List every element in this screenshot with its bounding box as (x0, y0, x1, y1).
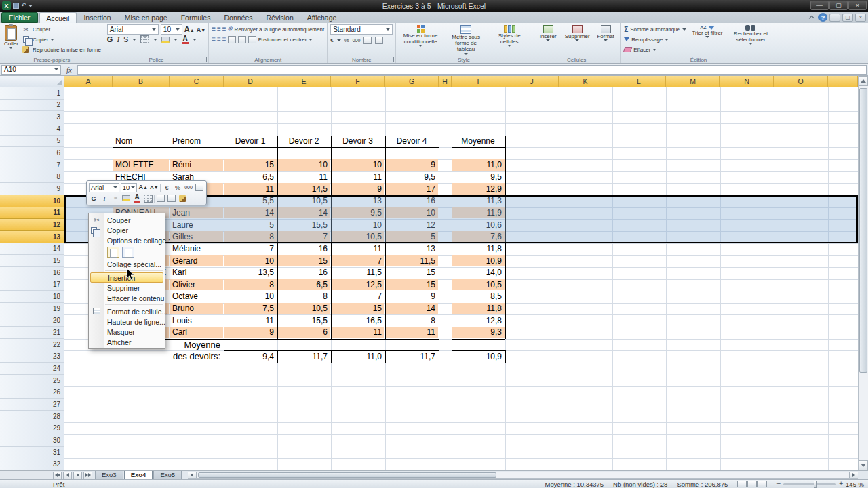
menu-item-copier[interactable]: Copier (89, 225, 165, 235)
cell-D18[interactable]: 10 (224, 291, 277, 302)
mini-italic-icon[interactable]: I (100, 194, 109, 203)
align-top-icon[interactable]: ≡ (212, 26, 215, 33)
zoom-slider-thumb[interactable] (814, 481, 817, 488)
paste-button[interactable]: Coller (3, 24, 20, 49)
cell-B7[interactable]: MOLETTE (113, 159, 169, 171)
cell-G8[interactable]: 9,5 (385, 171, 438, 183)
excel-logo-icon[interactable]: X (2, 1, 11, 10)
mini-center-icon[interactable]: ≡ (111, 194, 120, 203)
sheet-tab-exo4[interactable]: Exo4 (124, 471, 153, 479)
cell-F23[interactable]: 11,0 (331, 350, 384, 362)
row-header-8[interactable]: 8 (0, 171, 64, 184)
cell-I16[interactable]: 14,0 (452, 267, 505, 279)
cell-E14[interactable]: 16 (277, 243, 330, 255)
italic-icon[interactable]: I (117, 35, 119, 43)
menu-item-hauteur-de-ligne[interactable]: Hauteur de ligne... (89, 317, 165, 327)
underline-icon[interactable]: S (123, 35, 128, 43)
column-header-K[interactable]: K (559, 76, 612, 87)
workbook-close-button[interactable]: × (855, 14, 866, 22)
row-header-24[interactable]: 24 (0, 363, 64, 375)
ribbon-tab-fichier[interactable]: Fichier (1, 12, 38, 23)
cell-I7[interactable]: 11,0 (452, 159, 505, 171)
scroll-up-arrow[interactable] (859, 76, 868, 86)
cell-F7[interactable]: 10 (331, 159, 384, 171)
cell-G18[interactable]: 9 (385, 291, 438, 302)
cell-E9[interactable]: 14,5 (277, 183, 330, 195)
cell-G23[interactable]: 11,7 (385, 350, 438, 362)
cell-G19[interactable]: 14 (385, 303, 438, 314)
minimize-ribbon-icon[interactable] (807, 14, 816, 22)
cell-F18[interactable]: 7 (331, 291, 384, 302)
increase-indent-icon[interactable] (238, 36, 246, 43)
cell-F21[interactable]: 11 (331, 327, 384, 338)
cell-D23[interactable]: 9,4 (224, 350, 277, 362)
row-header-20[interactable]: 20 (0, 314, 64, 327)
menu-item-masquer[interactable]: Masquer (89, 327, 165, 337)
cell-E8[interactable]: 11 (277, 171, 330, 183)
borders-icon[interactable] (140, 35, 149, 43)
merge-center-button[interactable]: Fusionner et centrer (258, 37, 307, 43)
cell-G21[interactable]: 11 (385, 327, 438, 338)
orientation-icon[interactable]: ab (226, 26, 234, 33)
cell-G14[interactable]: 13 (385, 243, 438, 255)
cell-styles-button[interactable]: Styles de cellules (490, 24, 529, 47)
cell-D17[interactable]: 8 (224, 279, 277, 291)
delete-cells-button[interactable]: Supprimer (563, 24, 591, 42)
row-header-16[interactable]: 16 (0, 267, 64, 279)
mini-grow-font-icon[interactable]: A▲ (138, 183, 148, 192)
row-header-29[interactable]: 29 (0, 422, 64, 434)
cell-D5[interactable]: Devoir 1 (224, 136, 277, 147)
cell-I9[interactable]: 12,9 (452, 183, 505, 195)
cell-D19[interactable]: 7,5 (224, 303, 277, 314)
prev-sheet-icon[interactable] (63, 472, 72, 479)
help-icon[interactable]: ? (818, 13, 827, 22)
cell-D16[interactable]: 13,5 (224, 267, 277, 279)
minimize-button[interactable]: — (810, 1, 829, 10)
column-header-partial[interactable] (828, 76, 858, 87)
cell-D15[interactable]: 10 (224, 255, 277, 266)
mini-font-color-icon[interactable]: A (134, 194, 140, 203)
cell-C7[interactable]: Rémi (170, 159, 223, 171)
save-icon[interactable] (13, 3, 19, 9)
column-header-B[interactable]: B (113, 76, 170, 87)
row-header-28[interactable]: 28 (0, 411, 64, 423)
column-header-J[interactable]: J (505, 76, 559, 87)
cell-I18[interactable]: 8,5 (452, 291, 505, 302)
select-all-corner[interactable] (0, 76, 64, 87)
align-middle-icon[interactable]: ≡ (217, 26, 220, 33)
increase-decimal-icon[interactable] (363, 37, 372, 44)
number-format-select[interactable]: Standard (330, 24, 393, 35)
mini-font-size-select[interactable]: 10 (121, 183, 138, 192)
shrink-font-icon[interactable]: A▼ (197, 26, 205, 33)
cell-C17[interactable]: Olivier (170, 279, 223, 291)
cell-C5[interactable]: Prénom (170, 136, 223, 147)
cell-I19[interactable]: 11,8 (452, 303, 505, 314)
cell-C21[interactable]: Carl (170, 327, 223, 338)
align-right-icon[interactable]: ≡ (222, 36, 226, 43)
cell-E18[interactable]: 8 (277, 291, 330, 302)
cell-D21[interactable]: 9 (224, 327, 277, 338)
page-break-view-icon[interactable] (757, 481, 767, 487)
cell-F19[interactable]: 15 (331, 303, 384, 314)
menu-item-collage-spécial[interactable]: Collage spécial... (89, 259, 165, 269)
clear-button[interactable]: Effacer (624, 45, 686, 54)
row-header-10[interactable]: 10 (0, 195, 64, 207)
cell-C19[interactable]: Bruno (170, 303, 223, 314)
autosum-button[interactable]: ΣSomme automatique (624, 24, 686, 34)
cell-E21[interactable]: 6 (277, 327, 330, 338)
ribbon-tab-affichage[interactable]: Affichage (300, 12, 344, 23)
mini-bold-icon[interactable]: G (89, 194, 98, 203)
horizontal-scrollbar[interactable] (188, 472, 858, 479)
menu-item-insertion[interactable]: Insertion (90, 272, 163, 283)
row-header-6[interactable]: 6 (0, 147, 64, 159)
mini-fill-color-icon[interactable] (122, 195, 130, 201)
row-header-17[interactable]: 17 (0, 279, 64, 291)
decrease-indent-icon[interactable] (228, 36, 236, 43)
column-header-I[interactable]: I (452, 76, 505, 87)
cell-E20[interactable]: 15,5 (277, 314, 330, 326)
alignment-dialog-launcher[interactable] (320, 57, 326, 62)
ribbon-tab-formules[interactable]: Formules (174, 12, 218, 23)
fill-button[interactable]: Remplissage (624, 35, 686, 44)
format-painter-button[interactable]: Reproduire la mise en forme (22, 45, 101, 54)
zoom-in-icon[interactable]: + (839, 481, 843, 487)
